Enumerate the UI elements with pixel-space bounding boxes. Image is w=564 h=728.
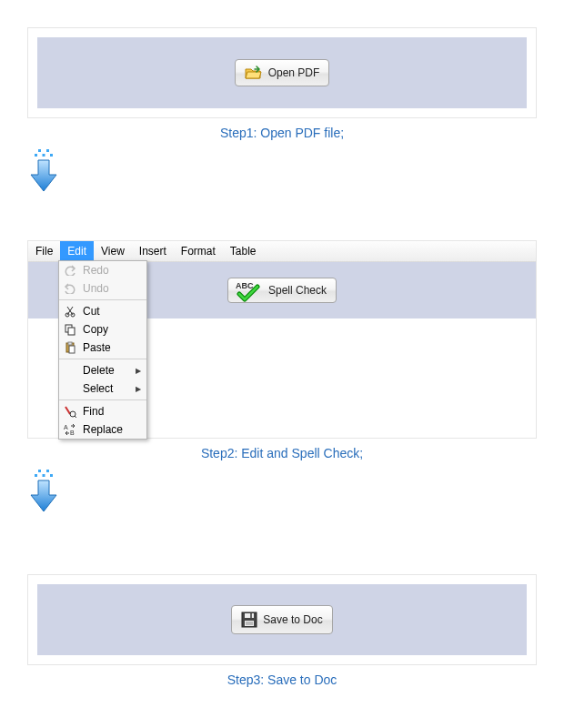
cut-icon	[63, 305, 77, 318]
menu-view[interactable]: View	[94, 241, 132, 261]
svg-rect-1	[46, 149, 49, 152]
menu-delete[interactable]: Delete ▶	[59, 361, 146, 379]
menu-copy[interactable]: Copy	[59, 320, 146, 339]
menu-table[interactable]: Table	[223, 241, 264, 261]
open-pdf-button[interactable]: Open PDF	[235, 59, 330, 86]
svg-rect-0	[38, 149, 41, 152]
svg-rect-19	[43, 474, 45, 477]
svg-rect-2	[35, 154, 37, 157]
menu-format[interactable]: Format	[174, 241, 223, 261]
step2-panel: File Edit View Insert Format Table ABC S…	[27, 240, 537, 439]
svg-text:B: B	[70, 430, 75, 436]
svg-rect-9	[68, 328, 75, 335]
step3-panel: Save to Doc	[27, 574, 537, 665]
replace-icon: AB	[63, 423, 77, 436]
svg-rect-18	[35, 474, 37, 477]
menu-edit[interactable]: Edit	[60, 241, 94, 261]
undo-icon	[63, 283, 77, 294]
step3-toolbar: Save to Doc	[37, 584, 527, 655]
menu-cut[interactable]: Cut	[59, 302, 146, 320]
spell-check-icon: ABC	[236, 280, 265, 302]
menu-replace[interactable]: AB Replace	[59, 420, 146, 439]
open-pdf-label: Open PDF	[268, 66, 320, 79]
svg-rect-11	[68, 342, 72, 345]
svg-rect-24	[245, 621, 254, 626]
svg-rect-22	[245, 613, 254, 618]
step1-caption: Step1: Open PDF file;	[27, 126, 537, 140]
edit-dropdown: Redo Undo Cut Copy Paste	[58, 260, 147, 440]
svg-rect-12	[69, 346, 75, 353]
menu-undo[interactable]: Undo	[59, 279, 146, 298]
svg-rect-4	[50, 154, 53, 157]
floppy-save-icon	[241, 612, 257, 628]
svg-text:A: A	[64, 424, 68, 430]
save-to-doc-button[interactable]: Save to Doc	[231, 605, 332, 634]
redo-icon	[63, 265, 77, 276]
menu-find[interactable]: Find	[59, 402, 146, 420]
spell-check-button[interactable]: ABC Spell Check	[227, 278, 337, 303]
menubar: File Edit View Insert Format Table	[28, 241, 536, 262]
menu-insert[interactable]: Insert	[132, 241, 174, 261]
menu-paste[interactable]: Paste	[59, 339, 146, 357]
folder-open-icon	[245, 66, 263, 80]
svg-rect-23	[250, 613, 252, 618]
paste-icon	[63, 341, 77, 354]
down-arrow-icon	[27, 470, 537, 515]
svg-rect-20	[50, 474, 53, 477]
svg-rect-3	[43, 154, 45, 157]
find-icon	[63, 405, 77, 418]
step2-caption: Step2: Edit and Spell Check;	[27, 446, 537, 460]
svg-rect-16	[38, 470, 41, 472]
submenu-arrow-icon: ▶	[136, 367, 141, 375]
menu-select[interactable]: Select ▶	[59, 379, 146, 398]
menu-redo[interactable]: Redo	[59, 261, 146, 279]
spell-check-label: Spell Check	[268, 284, 327, 297]
menu-file[interactable]: File	[28, 241, 60, 261]
save-to-doc-label: Save to Doc	[263, 613, 322, 626]
step1-panel: Open PDF	[27, 27, 537, 118]
copy-icon	[63, 323, 77, 336]
down-arrow-icon	[27, 149, 537, 195]
submenu-arrow-icon: ▶	[136, 385, 141, 393]
svg-rect-17	[46, 470, 49, 472]
svg-text:ABC: ABC	[236, 281, 254, 290]
step1-toolbar: Open PDF	[37, 37, 527, 108]
step3-caption: Step3: Save to Doc	[27, 672, 537, 687]
